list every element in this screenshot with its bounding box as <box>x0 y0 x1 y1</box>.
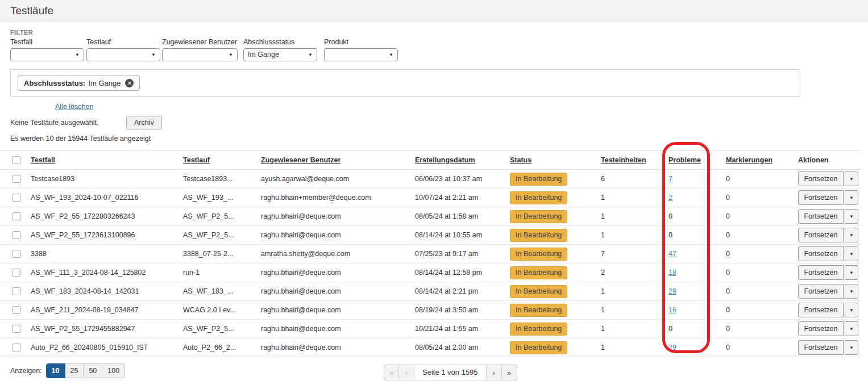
probleme-count-link[interactable]: 29 <box>668 344 676 351</box>
page-size-25-button[interactable]: 25 <box>65 363 84 378</box>
filter-group-abschlussstatus: Abschlussstatus Im Gange ▼ <box>243 38 317 61</box>
filter-select-testfall[interactable]: ▼ <box>10 48 84 61</box>
cell-einheiten: 1 <box>601 287 668 295</box>
title-bar: Testläufe <box>0 0 868 22</box>
action-split-button: Fortsetzen ▼ <box>798 246 858 261</box>
fortsetzen-dropdown-toggle[interactable]: ▼ <box>845 228 858 242</box>
header-testlauf[interactable]: Testlauf <box>183 156 261 164</box>
fortsetzen-dropdown-toggle[interactable]: ▼ <box>845 265 858 280</box>
row-checkbox[interactable] <box>13 250 20 258</box>
action-split-button: Fortsetzen ▼ <box>798 171 858 186</box>
cell-testlauf: AS_WF_P2_5... <box>183 325 261 333</box>
filter-select-produkt[interactable]: ▼ <box>324 48 398 61</box>
prev-page-button[interactable]: ‹ <box>399 365 414 380</box>
filter-label-testlauf: Testlauf <box>86 38 160 46</box>
row-checkbox[interactable] <box>13 212 20 220</box>
row-checkbox[interactable] <box>13 194 20 202</box>
filter-chip-abschlussstatus[interactable]: Abschlussstatus: Im Gange ✕ <box>18 76 140 91</box>
caret-down-icon: ▼ <box>849 345 854 350</box>
header-markierungen[interactable]: Markierungen <box>726 156 798 164</box>
table-row: AS_WF_111_3_2024-08-14_125802 run-1 ragh… <box>0 263 861 282</box>
cell-markierungen: 0 <box>726 287 798 295</box>
fortsetzen-button[interactable]: Fortsetzen <box>798 246 844 261</box>
header-testfall[interactable]: Testfall <box>22 156 183 164</box>
fortsetzen-button[interactable]: Fortsetzen <box>798 284 844 299</box>
status-badge: In Bearbeitung <box>510 191 567 204</box>
action-split-button: Fortsetzen ▼ <box>798 321 858 336</box>
caret-down-icon: ▼ <box>849 270 854 275</box>
filter-select-testlauf[interactable]: ▼ <box>86 48 160 61</box>
row-checkbox[interactable] <box>13 175 20 183</box>
fortsetzen-button[interactable]: Fortsetzen <box>798 265 844 280</box>
fortsetzen-button[interactable]: Fortsetzen <box>798 303 844 317</box>
row-checkbox[interactable] <box>13 306 20 314</box>
page-size-50-button[interactable]: 50 <box>84 363 102 378</box>
fortsetzen-button[interactable]: Fortsetzen <box>798 321 844 336</box>
probleme-count-link[interactable]: 18 <box>668 269 676 277</box>
probleme-count: 0 <box>668 212 672 220</box>
fortsetzen-dropdown-toggle[interactable]: ▼ <box>845 246 858 261</box>
action-split-button: Fortsetzen ▼ <box>798 228 858 242</box>
filter-group-testfall: Testfall ▼ <box>10 38 84 61</box>
cell-benutzer: raghu.bhairi@deque.com <box>261 344 415 351</box>
probleme-count-link[interactable]: 2 <box>668 194 672 202</box>
select-all-checkbox[interactable] <box>13 156 20 164</box>
cell-datum: 08/14/24 at 12:58 pm <box>415 269 510 277</box>
header-probleme[interactable]: Probleme <box>668 156 726 164</box>
cell-einheiten: 1 <box>601 325 668 333</box>
probleme-count-link[interactable]: 16 <box>668 306 676 314</box>
page-size-100-button[interactable]: 100 <box>102 363 125 378</box>
filter-row: Testfall ▼ Testlauf ▼ Zugewiesener Benut… <box>0 38 868 61</box>
row-checkbox[interactable] <box>13 325 20 333</box>
probleme-count-link[interactable]: 7 <box>668 175 672 183</box>
chevron-down-icon: ▼ <box>75 49 80 61</box>
filter-select-abschlussstatus[interactable]: Im Gange ▼ <box>243 48 317 61</box>
cell-einheiten: 1 <box>601 344 668 351</box>
header-einheiten[interactable]: Testeinheiten <box>601 156 668 164</box>
header-aktionen: Aktionen <box>798 156 861 164</box>
last-page-button[interactable]: » <box>502 365 517 380</box>
fortsetzen-button[interactable]: Fortsetzen <box>798 209 844 224</box>
filter-chip-label: Abschlussstatus: <box>24 79 85 87</box>
cell-datum: 08/14/24 at 10:55 am <box>415 231 510 239</box>
header-status[interactable]: Status <box>510 156 601 164</box>
fortsetzen-dropdown-toggle[interactable]: ▼ <box>845 190 858 205</box>
cell-testfall: AS_WF_211_2024-08-19_034847 <box>22 306 183 314</box>
header-datum[interactable]: Erstellungsdatum <box>415 156 510 164</box>
clear-all-filters-link[interactable]: Alle löschen <box>55 103 93 111</box>
caret-down-icon: ▼ <box>849 195 854 200</box>
row-checkbox[interactable] <box>13 344 20 351</box>
probleme-count-link[interactable]: 47 <box>668 250 676 258</box>
row-checkbox[interactable] <box>13 231 20 239</box>
fortsetzen-dropdown-toggle[interactable]: ▼ <box>845 303 858 317</box>
first-page-button[interactable]: « <box>384 365 399 380</box>
probleme-count-link[interactable]: 29 <box>668 287 676 295</box>
filter-group-testlauf: Testlauf ▼ <box>86 38 160 61</box>
fortsetzen-button[interactable]: Fortsetzen <box>798 228 844 242</box>
fortsetzen-button[interactable]: Fortsetzen <box>798 340 844 355</box>
archive-button[interactable]: Archiv <box>126 116 162 129</box>
fortsetzen-dropdown-toggle[interactable]: ▼ <box>845 340 858 355</box>
fortsetzen-dropdown-toggle[interactable]: ▼ <box>845 171 858 186</box>
page-size-10-button[interactable]: 10 <box>46 363 65 378</box>
status-badge: In Bearbeitung <box>510 285 567 298</box>
cell-testfall: AS_WF_183_2024-08-14_142031 <box>22 287 183 295</box>
fortsetzen-dropdown-toggle[interactable]: ▼ <box>845 209 858 224</box>
header-benutzer[interactable]: Zugewiesener Benutzer <box>261 156 415 164</box>
row-checkbox[interactable] <box>13 287 20 295</box>
cell-testlauf: run-1 <box>183 269 261 277</box>
fortsetzen-dropdown-toggle[interactable]: ▼ <box>845 321 858 336</box>
cell-einheiten: 1 <box>601 194 668 202</box>
row-checkbox[interactable] <box>13 269 20 277</box>
cell-einheiten: 1 <box>601 231 668 239</box>
filter-select-benutzer[interactable]: ▼ <box>162 48 238 61</box>
table-header-row: Testfall Testlauf Zugewiesener Benutzer … <box>0 150 861 170</box>
cell-benutzer: raghu.bhairi@deque.com <box>261 325 415 333</box>
next-page-button[interactable]: › <box>487 365 502 380</box>
remove-filter-icon[interactable]: ✕ <box>125 79 134 87</box>
cell-benutzer: raghu.bhairi@deque.com <box>261 269 415 277</box>
filter-label-benutzer: Zugewiesener Benutzer <box>162 38 238 46</box>
fortsetzen-button[interactable]: Fortsetzen <box>798 171 844 186</box>
fortsetzen-dropdown-toggle[interactable]: ▼ <box>845 284 858 299</box>
fortsetzen-button[interactable]: Fortsetzen <box>798 190 844 205</box>
